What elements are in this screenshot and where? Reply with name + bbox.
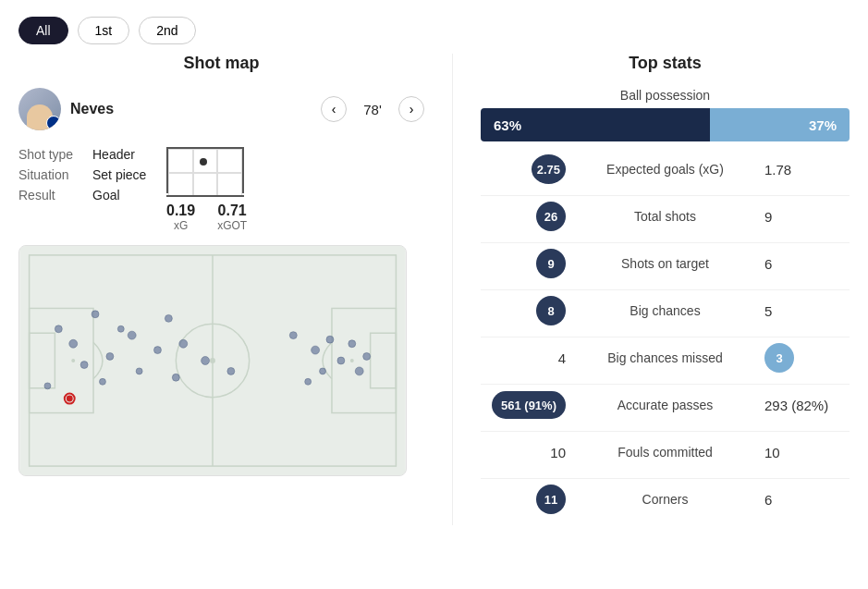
stat-right-plain: 6 (764, 256, 772, 272)
stat-right: 6 (757, 492, 850, 508)
stat-right-plain: 1.78 (764, 162, 791, 178)
stat-divider (481, 195, 850, 196)
stat-divider (481, 478, 850, 479)
shot-type-label: Shot type (18, 147, 92, 162)
stat-left-bubble: 9 (536, 249, 566, 278)
svg-point-11 (55, 325, 62, 333)
goal-diagram (166, 147, 244, 197)
player-name: Neves (70, 101, 312, 117)
stat-left-bubble: 26 (536, 202, 566, 231)
stat-divider (481, 384, 850, 385)
next-shot-button[interactable]: › (398, 96, 424, 122)
stat-label: Expected goals (xG) (573, 162, 757, 177)
stat-right: 5 (757, 303, 850, 319)
svg-point-17 (136, 368, 142, 374)
stat-label: Corners (573, 492, 757, 507)
stat-divider (481, 337, 850, 337)
possession-label: Ball possession (481, 88, 850, 103)
possession-left: 63% (481, 108, 710, 141)
stat-left-plain: 10 (550, 445, 566, 460)
stat-right-plain: 5 (764, 303, 772, 319)
stat-left-pill: 561 (91%) (492, 391, 566, 419)
svg-point-22 (99, 378, 105, 385)
stat-left-bubble: 8 (536, 296, 566, 325)
stat-right-plain: 6 (764, 492, 772, 508)
stat-left: 2.75 (481, 154, 573, 184)
avatar (18, 88, 61, 130)
svg-point-25 (165, 314, 172, 322)
stat-left-bubble: 2.75 (532, 154, 566, 184)
situation-value: Set piece (92, 167, 166, 182)
stat-right-plain: 9 (764, 209, 772, 225)
stat-row: 10 Fouls committed 10 (481, 436, 850, 469)
player-row: Neves ‹ 78' › (18, 88, 424, 130)
stat-right-plain: 10 (764, 445, 780, 460)
stat-label: Shots on target (573, 256, 757, 271)
svg-point-16 (154, 347, 162, 354)
stat-row: 9 Shots on target 6 (481, 247, 850, 280)
stat-left: 26 (481, 202, 573, 231)
svg-point-30 (348, 340, 356, 348)
shot-minute: 78' (356, 102, 389, 117)
stat-divider (481, 289, 850, 290)
svg-point-12 (92, 311, 99, 318)
svg-point-10 (350, 359, 354, 362)
svg-point-31 (320, 368, 326, 374)
stat-right: 6 (757, 256, 850, 272)
result-label: Result (18, 188, 92, 202)
svg-point-19 (202, 357, 210, 365)
period-all-button[interactable]: All (18, 17, 68, 44)
prev-shot-button[interactable]: ‹ (321, 96, 347, 122)
stat-right: 3 (757, 343, 850, 373)
stat-right: 1.78 (757, 162, 850, 178)
stat-left: 4 (481, 350, 573, 366)
svg-point-4 (210, 358, 215, 363)
svg-point-21 (80, 362, 88, 369)
stat-right-plain: 293 (82%) (764, 398, 828, 413)
stat-row: 4 Big chances missed 3 (481, 341, 850, 374)
stat-divider (481, 431, 850, 432)
stat-right: 9 (757, 209, 850, 225)
svg-point-37 (44, 383, 51, 389)
stat-label: Accurate passes (573, 398, 757, 412)
stat-left: 11 (481, 485, 573, 514)
result-value: Goal (92, 188, 166, 202)
svg-point-7 (71, 359, 75, 362)
stat-left: 561 (91%) (481, 391, 573, 419)
svg-point-27 (312, 346, 320, 354)
svg-point-14 (106, 352, 114, 360)
period-2nd-button[interactable]: 2nd (139, 17, 195, 44)
situation-label: Situation (18, 167, 92, 182)
stat-row: 8 Big chances 5 (481, 294, 850, 327)
stat-left-plain: 4 (558, 350, 566, 366)
svg-point-20 (227, 367, 235, 374)
shot-map-panel: Shot map Neves ‹ 78' › Shot type Header … (18, 54, 453, 525)
stat-label: Big chances missed (573, 350, 757, 365)
shot-details: Shot type Header Situation Set piece Res… (18, 147, 166, 202)
shot-map-title: Shot map (18, 54, 424, 73)
stat-row: 11 Corners 6 (481, 483, 850, 516)
xg-item: 0.19 xG (166, 202, 195, 232)
possession-right: 37% (710, 108, 850, 141)
xg-values: 0.19 xG 0.71 xGOT (166, 202, 247, 232)
main-content: Shot map Neves ‹ 78' › Shot type Header … (0, 54, 868, 544)
svg-point-29 (337, 357, 345, 364)
svg-point-13 (69, 339, 78, 348)
svg-point-23 (179, 339, 188, 348)
period-selector: All 1st 2nd (0, 0, 868, 54)
period-1st-button[interactable]: 1st (78, 17, 130, 44)
svg-point-36 (67, 396, 73, 402)
svg-point-32 (305, 378, 312, 385)
svg-point-26 (289, 332, 297, 339)
stat-right: 293 (82%) (757, 398, 850, 413)
stat-row: 561 (91%) Accurate passes 293 (82%) (481, 388, 850, 422)
xgot-label: xGOT (217, 219, 247, 232)
stat-left: 10 (481, 445, 573, 460)
stat-label: Total shots (573, 209, 757, 224)
stat-right: 10 (757, 445, 850, 460)
svg-point-34 (363, 352, 371, 360)
xg-label: xG (166, 219, 195, 232)
xgot-item: 0.71 xGOT (217, 202, 247, 232)
top-stats-panel: Top stats Ball possession 63% 37% 2.75 E… (453, 54, 850, 525)
stat-label: Fouls committed (573, 445, 757, 460)
